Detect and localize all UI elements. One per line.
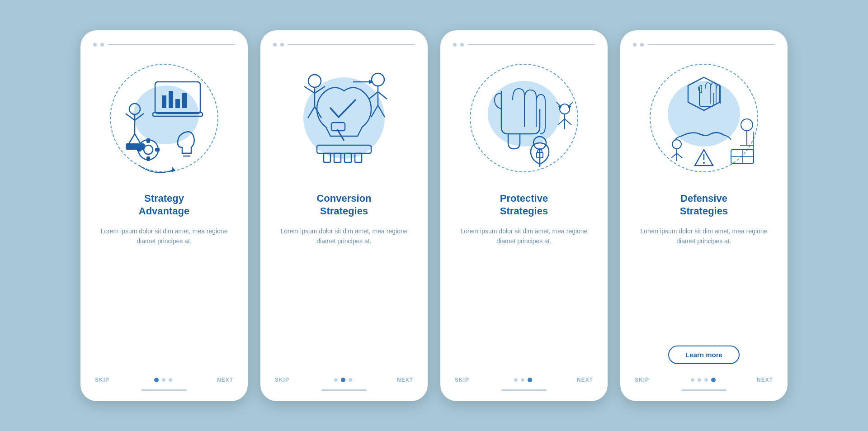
svg-line-48	[558, 119, 565, 125]
card-nav-4: SKIP NEXT	[633, 377, 775, 383]
svg-rect-40	[355, 153, 362, 162]
svg-rect-2	[162, 95, 166, 108]
card-bottom-3: SKIP NEXT	[453, 246, 595, 391]
svg-line-32	[369, 92, 378, 99]
phone-bottom-bar-3	[501, 389, 547, 391]
cards-container: Strategy Advantage Lorem ipsum dolor sit…	[62, 12, 806, 419]
status-line	[647, 44, 775, 45]
svg-marker-51	[567, 105, 571, 109]
nav-dot	[521, 378, 524, 382]
svg-rect-37	[324, 153, 330, 162]
status-dot	[453, 43, 457, 47]
illustration-area-2	[281, 55, 407, 181]
svg-line-33	[378, 92, 387, 99]
nav-dot-active	[528, 378, 532, 382]
nav-dot-active	[711, 378, 716, 382]
phone-top-bar-3	[453, 43, 595, 47]
nav-dots-4	[691, 378, 716, 382]
svg-marker-54	[688, 77, 720, 110]
svg-rect-18	[155, 148, 160, 152]
svg-point-61	[703, 162, 705, 164]
status-dot	[93, 43, 97, 47]
card-body-4: Lorem ipsum dolor sit dim amet, mea regi…	[633, 226, 775, 246]
card-nav-1: SKIP NEXT	[93, 377, 235, 383]
svg-line-67	[671, 153, 677, 158]
svg-point-14	[144, 145, 153, 154]
card-nav-3: SKIP NEXT	[453, 377, 595, 383]
skip-button-1[interactable]: SKIP	[95, 377, 109, 383]
illustration-area-1	[101, 55, 227, 181]
svg-marker-21	[171, 167, 175, 172]
status-dot	[273, 43, 277, 47]
nav-dot-active	[154, 378, 159, 382]
svg-rect-38	[334, 153, 341, 162]
svg-rect-15	[146, 138, 150, 143]
nav-dots-3	[514, 378, 532, 382]
card-defensive-strategies: Defensive Strategies Lorem ipsum dolor s…	[620, 30, 788, 401]
illustration-area-4	[641, 55, 767, 181]
card-title-1: Strategy Advantage	[139, 192, 189, 218]
svg-point-55	[741, 119, 753, 131]
nav-dot	[169, 378, 172, 382]
status-line	[108, 44, 235, 45]
nav-dot	[691, 378, 694, 382]
status-line	[467, 44, 595, 45]
card-nav-2: SKIP NEXT	[273, 377, 415, 383]
next-button-1[interactable]: NEXT	[217, 377, 233, 383]
card-conversion-strategies: Conversion Strategies Lorem ipsum dolor …	[260, 30, 428, 401]
svg-rect-16	[146, 156, 150, 161]
skip-button-2[interactable]: SKIP	[275, 377, 289, 383]
illustration-svg-4	[641, 55, 767, 181]
status-dot	[100, 43, 104, 47]
learn-more-button[interactable]: Learn more	[668, 346, 740, 364]
phone-bottom-bar-2	[321, 389, 367, 391]
skip-button-3[interactable]: SKIP	[455, 377, 469, 383]
illustration-svg-3	[461, 55, 587, 181]
nav-dot	[704, 378, 708, 382]
svg-rect-5	[182, 93, 187, 108]
svg-line-34	[371, 105, 378, 117]
svg-line-26	[308, 107, 315, 118]
nav-dot	[349, 378, 352, 382]
card-title-4: Defensive Strategies	[680, 192, 728, 218]
svg-line-68	[677, 153, 682, 158]
card-strategy-advantage: Strategy Advantage Lorem ipsum dolor sit…	[80, 30, 248, 401]
svg-point-30	[372, 73, 384, 86]
next-button-2[interactable]: NEXT	[397, 377, 413, 383]
nav-dot	[514, 378, 518, 382]
svg-rect-12	[126, 143, 145, 150]
card-bottom-2: SKIP NEXT	[273, 246, 415, 391]
skip-button-4[interactable]: SKIP	[635, 377, 649, 383]
svg-rect-3	[169, 91, 173, 108]
card-body-1: Lorem ipsum dolor sit dim amet, mea regi…	[93, 226, 235, 246]
phone-bottom-bar-1	[142, 389, 187, 391]
nav-dot	[698, 378, 701, 382]
card-title-2: Conversion Strategies	[316, 192, 371, 218]
status-dot	[640, 43, 644, 47]
svg-point-6	[129, 104, 140, 114]
card-bottom-1: SKIP NEXT	[93, 246, 235, 391]
svg-point-65	[672, 140, 681, 149]
svg-line-35	[378, 105, 385, 117]
status-line	[288, 44, 415, 45]
nav-dots-2	[334, 378, 352, 382]
card-bottom-4: Learn more SKIP NEXT	[633, 246, 775, 391]
svg-rect-17	[137, 148, 142, 152]
phone-top-bar-2	[273, 43, 415, 47]
status-dot	[280, 43, 284, 47]
card-protective-strategies: Protective Strategies Lorem ipsum dolor …	[440, 30, 608, 401]
illustration-svg-1	[101, 55, 227, 181]
phone-bottom-bar-4	[681, 389, 726, 391]
illustration-svg-2	[281, 55, 407, 181]
nav-dot	[334, 378, 338, 382]
card-body-3: Lorem ipsum dolor sit dim amet, mea regi…	[453, 226, 595, 246]
svg-rect-39	[344, 153, 351, 162]
status-dot	[460, 43, 464, 47]
svg-rect-36	[317, 145, 371, 153]
card-title-3: Protective Strategies	[500, 192, 548, 218]
next-button-3[interactable]: NEXT	[577, 377, 593, 383]
nav-dot-active	[341, 378, 345, 382]
svg-rect-4	[175, 99, 180, 108]
next-button-4[interactable]: NEXT	[757, 377, 773, 383]
svg-marker-53	[558, 105, 562, 109]
